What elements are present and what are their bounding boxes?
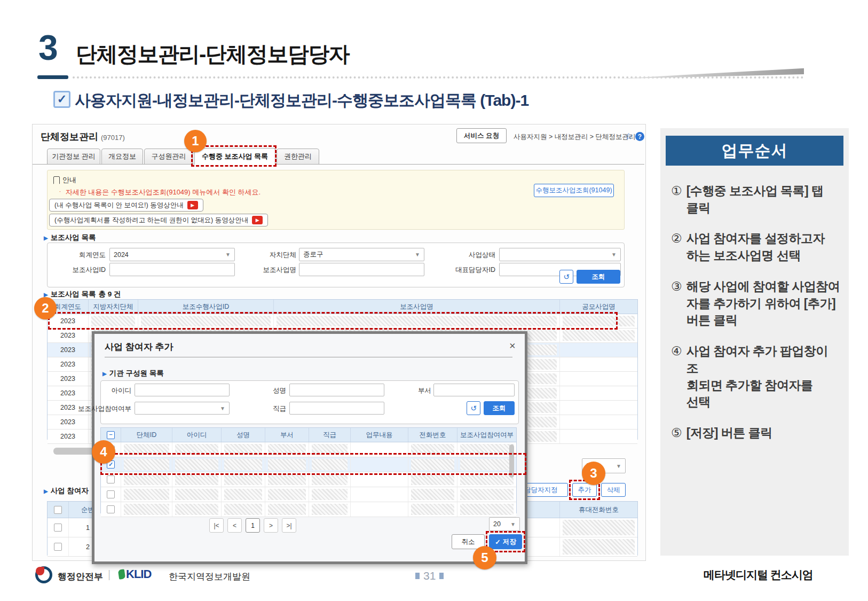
tab-org-info[interactable]: 기관정보 관리 (47, 149, 100, 165)
col-name: 성명 (222, 428, 265, 442)
table-cell (560, 415, 637, 429)
col-duty: 업무내용 (351, 428, 408, 442)
table-cell (351, 487, 408, 502)
row-checkbox[interactable] (107, 490, 115, 498)
tab-members[interactable]: 구성원관리 (144, 149, 193, 165)
first-page-button[interactable]: |< (209, 518, 224, 533)
joined-select[interactable]: ▼ (135, 402, 230, 415)
favorite-star-icon[interactable]: ☆ (625, 131, 633, 142)
member-page-size-select[interactable]: 20 ▼ (489, 517, 520, 531)
select-all-checkbox[interactable] (54, 506, 62, 514)
checkbox-icon: ✓ (53, 91, 70, 108)
table-cell (309, 487, 351, 502)
table-cell (560, 372, 637, 386)
subsidy-name-input[interactable] (299, 263, 424, 276)
member-search-button[interactable]: 조회 (484, 401, 515, 415)
workflow-step: ③해당 사업에 참여할 사업참여 자를 추가하기 위하여 [추가] 버튼 클릭 (671, 278, 841, 329)
step-text: 사업 참여자 추가 팝업창이 조 회되면 추가할 참여자를 선택 (686, 343, 841, 411)
redacted-cell (563, 520, 635, 535)
workflow-steps: ①[수행중 보조사업 목록] 탭 클릭②사업 참여자를 설정하고자 하는 보조사… (660, 166, 849, 442)
status-select[interactable]: ▼ (499, 248, 621, 261)
select-all-checkbox[interactable] (107, 431, 115, 439)
col-phone: 전화번호 (408, 428, 457, 442)
step-number: ① (671, 183, 682, 216)
step-text: [저장] 버튼 클릭 (686, 425, 772, 442)
step-number: ④ (671, 343, 682, 411)
subsidy-id-input[interactable] (109, 263, 235, 276)
redacted-cell (224, 474, 262, 485)
row-checkbox[interactable] (54, 543, 62, 551)
table-cell (457, 487, 516, 502)
table-cell (560, 430, 637, 443)
service-request-button[interactable]: 서비스 요청 (456, 128, 507, 143)
table-cell: 2023 (48, 329, 89, 342)
chevron-down-icon: ▼ (611, 252, 617, 257)
last-page-button[interactable]: >| (282, 518, 296, 533)
delete-button[interactable]: 삭제 (601, 483, 626, 497)
video-guide-button-1[interactable]: (내 수행사업 목록이 안 보여요!) 동영상안내 ▶ (49, 199, 203, 212)
app-title-text: 단체정보관리 (41, 131, 98, 142)
tab-overview[interactable]: 개요정보 (101, 149, 143, 165)
redacted-cell (124, 504, 169, 515)
section-subtitle: 사용자지원-내정보관리-단체정보관리-수행중보조사업목록 (Tab)-1 (75, 90, 528, 112)
klid-leaf-icon (118, 569, 125, 579)
close-icon[interactable]: × (509, 340, 516, 352)
mois-name: 행정안전부 (58, 571, 103, 583)
step-badge-1: 1 (184, 130, 207, 152)
col-select (48, 502, 69, 518)
table-row[interactable] (101, 502, 516, 517)
table-cell (408, 487, 457, 502)
member-id-input[interactable] (135, 384, 230, 396)
app-title: 단체정보관리 (97017) (41, 130, 125, 143)
member-reset-button[interactable]: ↺ (467, 401, 480, 415)
org-select[interactable]: 종로구 ▼ (299, 248, 424, 261)
year-select[interactable]: 2024 ▼ (109, 248, 235, 261)
filter-section-label: ▶ 보조사업 목록 (44, 233, 96, 243)
chevron-down-icon: ▼ (510, 521, 516, 527)
row-checkbox[interactable] (107, 505, 115, 513)
redacted-cell (460, 489, 514, 500)
member-name-input[interactable] (289, 384, 384, 396)
notice-warning: ㆍ 자세한 내용은 수행보조사업조회(91049) 메뉴에서 확인 하세요. (57, 188, 261, 197)
notice-title: 안내 (53, 175, 76, 185)
member-page-size-value: 20 (493, 520, 501, 528)
section-arrow-icon: ▶ (44, 235, 48, 241)
redacted-cell (312, 504, 348, 515)
joined-label: 보조사업참여여부 (78, 404, 131, 413)
step-badge-3: 3 (582, 462, 605, 485)
col-org-id: 단체ID (121, 428, 172, 442)
page-title: 단체정보관리-단체정보담당자 (76, 40, 349, 69)
table-cell: 2023 (48, 372, 89, 386)
filter-section-title: 보조사업 목록 (51, 233, 96, 243)
col-grade: 직급 (309, 428, 351, 442)
reset-button[interactable]: ↺ (559, 270, 573, 284)
klid-logo: KLID (119, 567, 151, 581)
notice-warning-text: 자세한 내용은 수행보조사업조회(91049) 메뉴에서 확인 하세요. (66, 188, 261, 196)
page-square-icon (439, 573, 444, 579)
dialog-title: 사업 참여자 추가 (105, 341, 173, 353)
redacted-cell (312, 474, 348, 485)
table-row[interactable] (101, 487, 516, 502)
subsidy-inquiry-link-button[interactable]: 수행보조사업조회(91049) (534, 184, 614, 197)
search-button[interactable]: 조회 (577, 270, 620, 284)
chevron-down-icon: ▼ (225, 252, 231, 257)
video-guide-2-label: (수행사업계획서를 작성하려고 하는데 권한이 없대요) 동영상안내 (54, 216, 248, 225)
prev-page-button[interactable]: < (227, 518, 242, 533)
grade-input[interactable] (289, 402, 384, 415)
row-checkbox[interactable] (54, 524, 62, 532)
current-page[interactable]: 1 (246, 518, 260, 533)
row-checkbox[interactable] (107, 475, 115, 483)
next-page-button[interactable]: > (264, 518, 278, 533)
list-section-title: 보조사업 목록 (51, 290, 96, 299)
redacted-cell (563, 330, 635, 341)
play-icon: ▶ (187, 201, 198, 209)
section-arrow-icon: ▶ (102, 371, 107, 377)
slide-number: 3 (38, 30, 58, 65)
step-text: 해당 사업에 참여할 사업참여 자를 추가하기 위하여 [추가] 버튼 클릭 (686, 278, 840, 329)
tab-permissions[interactable]: 권한관리 (277, 149, 319, 165)
subsidy-id-label: 보조사업ID (52, 266, 106, 275)
video-guide-button-2[interactable]: (수행사업계획서를 작성하려고 하는데 권한이 없대요) 동영상안내 ▶ (49, 214, 268, 227)
workflow-step: ②사업 참여자를 설정하고자 하는 보조사업명 선택 (671, 230, 841, 264)
help-icon[interactable]: ? (635, 132, 644, 141)
member-dept-input[interactable] (433, 384, 515, 396)
